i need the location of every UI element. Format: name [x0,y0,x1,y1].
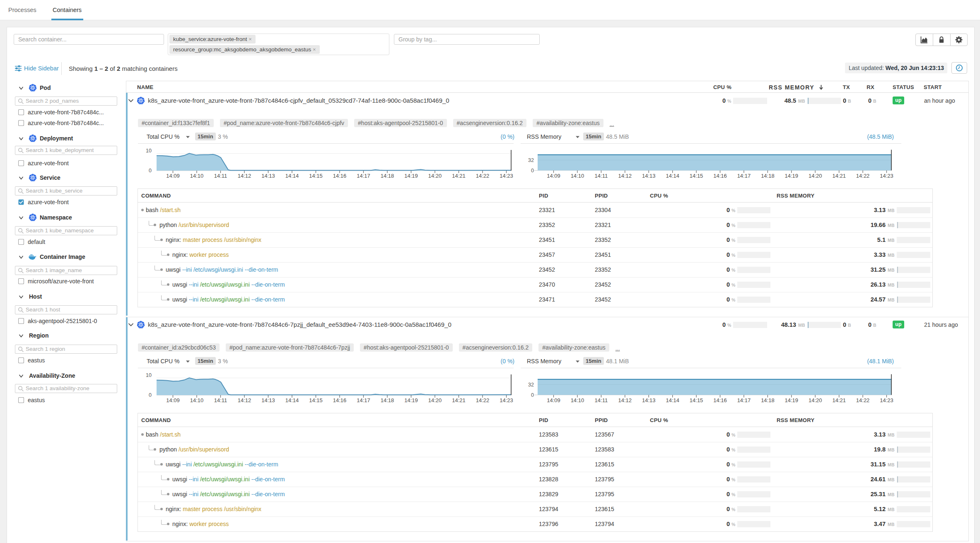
svg-text:14:15: 14:15 [690,397,703,403]
svg-text:14:23: 14:23 [880,173,893,179]
svg-text:10: 10 [146,372,152,378]
svg-text:14:09: 14:09 [547,397,560,403]
svg-text:14:12: 14:12 [238,173,251,179]
svg-text:14:17: 14:17 [737,173,751,179]
svg-text:14:20: 14:20 [428,173,442,179]
svg-text:14:15: 14:15 [690,173,703,179]
svg-text:14:11: 14:11 [595,397,608,403]
svg-text:14:16: 14:16 [333,397,347,403]
svg-text:14:18: 14:18 [761,397,775,403]
svg-text:14:18: 14:18 [381,173,394,179]
svg-text:0: 0 [531,392,534,398]
svg-text:14:21: 14:21 [832,397,846,403]
svg-text:14:15: 14:15 [309,173,323,179]
svg-text:14:21: 14:21 [452,397,466,403]
svg-text:14:19: 14:19 [785,173,799,179]
svg-text:14:20: 14:20 [428,397,442,403]
svg-text:32: 32 [528,382,534,388]
svg-text:14:17: 14:17 [357,173,370,179]
svg-text:14:17: 14:17 [357,397,370,403]
svg-text:14:21: 14:21 [452,173,466,179]
svg-text:14:13: 14:13 [642,173,656,179]
svg-text:14:11: 14:11 [214,397,227,403]
svg-text:0: 0 [149,168,152,174]
svg-text:14:23: 14:23 [500,397,513,403]
svg-text:14:17: 14:17 [737,397,751,403]
svg-text:14:22: 14:22 [476,173,490,179]
svg-text:14:15: 14:15 [309,397,323,403]
svg-text:14:19: 14:19 [404,397,418,403]
svg-text:14:13: 14:13 [261,173,275,179]
svg-text:14:19: 14:19 [404,173,418,179]
svg-text:14:16: 14:16 [333,173,347,179]
svg-text:14:23: 14:23 [880,397,893,403]
svg-text:14:18: 14:18 [761,173,775,179]
svg-text:14:10: 14:10 [571,397,584,403]
svg-text:14:22: 14:22 [856,397,870,403]
svg-text:14:14: 14:14 [285,397,299,403]
svg-text:14:11: 14:11 [595,173,608,179]
svg-text:14:20: 14:20 [809,397,822,403]
svg-text:0: 0 [531,168,534,174]
svg-text:14:09: 14:09 [166,397,180,403]
svg-text:14:09: 14:09 [547,173,560,179]
svg-text:14:12: 14:12 [618,173,632,179]
svg-text:14:22: 14:22 [856,173,870,179]
svg-text:14:13: 14:13 [642,397,656,403]
svg-text:14:12: 14:12 [618,397,632,403]
svg-text:14:10: 14:10 [571,173,584,179]
svg-text:14:10: 14:10 [190,397,204,403]
svg-text:14:23: 14:23 [500,173,513,179]
svg-text:14:22: 14:22 [476,397,490,403]
svg-text:14:12: 14:12 [238,397,251,403]
svg-text:14:10: 14:10 [190,173,204,179]
svg-text:14:18: 14:18 [381,397,394,403]
svg-text:14:14: 14:14 [285,173,299,179]
svg-text:14:13: 14:13 [261,397,275,403]
svg-text:14:20: 14:20 [809,173,822,179]
svg-text:14:16: 14:16 [713,173,727,179]
svg-text:10: 10 [146,148,152,154]
svg-text:14:14: 14:14 [666,173,679,179]
svg-text:14:21: 14:21 [832,173,846,179]
svg-text:14:16: 14:16 [713,397,727,403]
svg-text:14:19: 14:19 [785,397,799,403]
svg-text:14:11: 14:11 [214,173,227,179]
svg-text:14:09: 14:09 [166,173,180,179]
svg-text:32: 32 [528,157,534,163]
svg-text:0: 0 [149,392,152,398]
svg-text:14:14: 14:14 [666,397,679,403]
